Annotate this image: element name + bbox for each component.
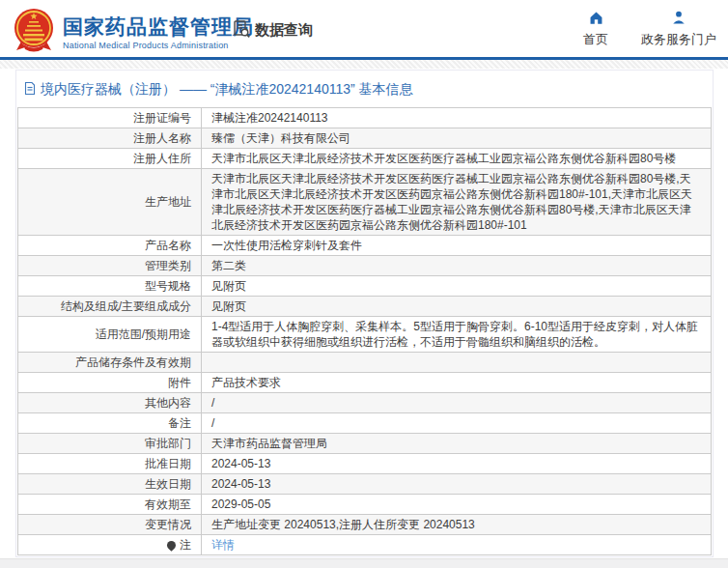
row-value: 臻儒（天津）科技有限公司 [202,128,712,149]
info-table-body: 注册证编号津械注准20242140113注册人名称臻儒（天津）科技有限公司注册人… [18,108,712,555]
breadcrumb-text: 境内医疗器械（注册） —— “津械注准20242140113” 基本信息 [41,81,413,99]
org-title: 国家药品监督管理局 [63,15,254,39]
document-search-icon [232,19,255,42]
table-row: 管理类别第二类 [18,256,712,276]
row-label: 备注 [18,413,202,434]
table-row: 生效日期2024-05-13 [18,474,712,495]
row-label: 注册人名称 [18,128,202,149]
breadcrumb: 境内医疗器械（注册） —— “津械注准20242140113” 基本信息 [16,71,713,107]
data-query-label: 数据查询 [255,21,313,40]
nav-home[interactable]: 首页 [583,10,608,48]
details-link[interactable]: 详情 [211,538,235,552]
row-value: / [202,393,712,413]
row-value: 一次性使用活检穿刺针及套件 [202,236,712,256]
row-label: 批准日期 [18,454,202,474]
org-subtitle: National Medical Products Administration [63,41,254,50]
nav-home-label: 首页 [583,31,608,48]
header-texture-strip [0,60,728,69]
row-value: 生产地址变更 20240513,注册人住所变更 20240513 [202,515,712,535]
table-row: 附件产品技术要求 [18,373,712,393]
row-label: 注册人住所 [18,149,202,169]
user-icon [671,10,686,31]
row-value: 2024-05-13 [202,474,712,495]
info-table: 注册证编号津械注准20242140113注册人名称臻儒（天津）科技有限公司注册人… [17,107,712,555]
row-label: 结构及组成/主要组成成分 [18,297,202,317]
row-value: 2024-05-13 [202,454,712,474]
document-icon [24,81,41,99]
row-label: 型号规格 [18,276,202,297]
table-row: 产品名称一次性使用活检穿刺针及套件 [18,236,712,256]
row-label: 注册证编号 [18,108,202,128]
top-nav: 首页 政务服务门户 [583,10,716,48]
row-value: 天津市北辰区天津北辰经济技术开发区医药医疗器械工业园京福公路东侧优谷新科园80号… [202,149,712,169]
header: 国家药品监督管理局 National Medical Products Admi… [0,0,728,60]
row-label: 生产地址 [18,169,202,236]
content-card: 境内医疗器械（注册） —— “津械注准20242140113” 基本信息 注册证… [15,70,714,557]
row-value: 产品技术要求 [202,373,712,393]
row-label: 附件 [18,373,202,393]
table-row: 备注/ [18,413,712,434]
table-row: 审批部门天津市药品监督管理局 [18,434,712,454]
table-row: 注册证编号津械注准20242140113 [18,108,712,128]
note-icon [165,539,178,552]
row-value: 见附页 [202,276,712,297]
footer-strip [0,558,728,568]
row-label: 产品名称 [18,236,202,256]
row-label: 其他内容 [18,393,202,413]
row-label: 生效日期 [18,474,202,495]
table-row: 批准日期2024-05-13 [18,454,712,474]
row-label: 注 [18,535,202,555]
row-label: 审批部门 [18,434,202,454]
row-value: 1-4型适用于人体胸腔穿刺、采集样本。5型适用于胸骨穿刺。6-10型适用于经皮穿… [202,317,712,353]
row-value: 2029-05-05 [202,495,712,515]
data-query-entry[interactable]: 数据查询 [232,19,313,42]
row-label: 管理类别 [18,256,202,276]
row-value: 天津市药品监督管理局 [202,434,712,454]
national-emblem-icon [13,8,55,57]
table-row: 有效期至2029-05-05 [18,495,712,515]
logo: 国家药品监督管理局 National Medical Products Admi… [13,8,254,57]
row-value: / [202,413,712,434]
table-row: 其他内容/ [18,393,712,413]
table-row: 注详情 [18,535,712,555]
row-label: 有效期至 [18,495,202,515]
table-row: 产品储存条件及有效期 [18,353,712,373]
row-label: 变更情况 [18,515,202,535]
home-icon [588,10,604,31]
row-value: 见附页 [202,297,712,317]
table-row: 型号规格见附页 [18,276,712,297]
row-value: 津械注准20242140113 [202,108,712,128]
row-value: 详情 [202,535,712,555]
nav-portal-label: 政务服务门户 [641,31,716,48]
table-row: 注册人名称臻儒（天津）科技有限公司 [18,128,712,149]
table-row: 变更情况生产地址变更 20240513,注册人住所变更 20240513 [18,515,712,535]
table-row: 生产地址天津市北辰区天津北辰经济技术开发区医药医疗器械工业园京福公路东侧优谷新科… [18,169,712,236]
row-value: 第二类 [202,256,712,276]
row-value: 天津市北辰区天津北辰经济技术开发区医药医疗器械工业园京福公路东侧优谷新科园80号… [202,169,712,236]
row-label: 产品储存条件及有效期 [18,353,202,373]
nav-portal[interactable]: 政务服务门户 [641,10,716,48]
table-row: 注册人住所天津市北辰区天津北辰经济技术开发区医药医疗器械工业园京福公路东侧优谷新… [18,149,712,169]
row-value [202,353,712,373]
table-row: 适用范围/预期用途1-4型适用于人体胸腔穿刺、采集样本。5型适用于胸骨穿刺。6-… [18,317,712,353]
row-label: 适用范围/预期用途 [18,317,202,353]
table-row: 结构及组成/主要组成成分见附页 [18,297,712,317]
